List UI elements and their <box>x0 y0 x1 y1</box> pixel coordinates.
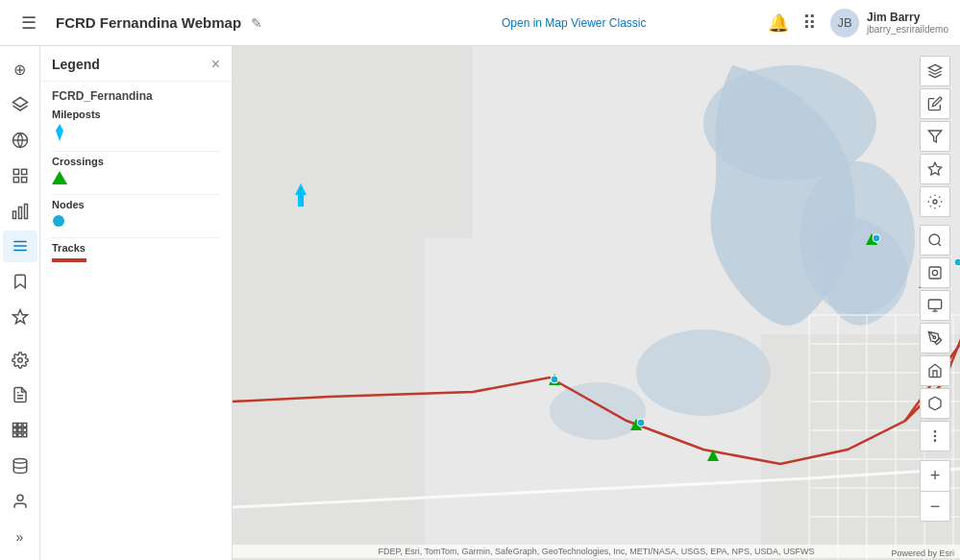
legend-panel: Legend × FCRD_Fernandina Mileposts Cross… <box>40 46 233 560</box>
svg-rect-17 <box>12 424 16 427</box>
draw-map-icon[interactable] <box>920 323 950 353</box>
svg-rect-37 <box>233 46 473 238</box>
zoom-out-button[interactable]: − <box>920 491 950 522</box>
svg-rect-18 <box>17 424 21 427</box>
legend-group-title-nodes: Nodes <box>52 199 220 210</box>
topbar-center: Open in Map Viewer Classic <box>389 16 757 30</box>
forms-icon[interactable] <box>3 379 37 411</box>
svg-marker-13 <box>12 309 27 323</box>
legend-group-title-crossings: Crossings <box>52 156 220 167</box>
svg-point-61 <box>873 234 880 242</box>
tools-tool-icon[interactable] <box>920 186 950 217</box>
home-map-icon[interactable] <box>920 355 950 386</box>
svg-rect-21 <box>17 428 21 432</box>
svg-rect-4 <box>21 169 26 174</box>
capture-map-icon[interactable] <box>920 257 950 288</box>
notification-icon[interactable]: 🔔 <box>768 12 789 34</box>
svg-marker-68 <box>928 162 941 175</box>
svg-rect-7 <box>12 211 15 219</box>
layers-tool-icon[interactable] <box>920 56 950 86</box>
list-active-icon[interactable] <box>3 231 37 262</box>
zoom-in-button[interactable]: + <box>920 460 950 491</box>
user-subtitle: jbarry_esriraildemo <box>867 24 948 35</box>
svg-rect-25 <box>23 433 27 437</box>
svg-point-63 <box>954 258 960 266</box>
svg-point-26 <box>13 458 27 463</box>
svg-marker-67 <box>928 131 941 142</box>
legend-symbol-nodes <box>52 214 220 228</box>
map-area[interactable]: FDEP, Esri, TomTom, Garmin, SafeGraph, G… <box>233 46 960 560</box>
legend-symbol-tracks <box>52 257 220 263</box>
svg-point-14 <box>17 357 22 362</box>
svg-rect-22 <box>23 428 27 432</box>
sketch-icon[interactable] <box>3 301 37 332</box>
search-map-icon[interactable] <box>920 225 950 256</box>
legend-group-title-tracks: Tracks <box>52 242 220 254</box>
svg-point-81 <box>932 270 937 275</box>
svg-line-73 <box>939 206 940 207</box>
legend-group-nodes: Nodes <box>52 199 220 228</box>
measure-map-icon[interactable] <box>920 388 950 419</box>
map-canvas <box>233 46 960 560</box>
svg-point-78 <box>929 234 940 245</box>
edit-tool-icon[interactable] <box>920 88 950 119</box>
screen-map-icon[interactable] <box>920 290 950 321</box>
apps-grid-icon[interactable]: ⠿ <box>802 12 817 35</box>
topbar-right: 🔔 ⠿ JB Jim Barry jbarry_esriraildemo <box>768 9 948 37</box>
svg-line-77 <box>939 197 940 198</box>
svg-line-79 <box>938 243 941 246</box>
legend-title: Legend <box>52 57 100 72</box>
svg-rect-9 <box>24 204 27 218</box>
edit-icon[interactable]: ✎ <box>251 15 262 31</box>
svg-point-60 <box>551 376 558 383</box>
tracks-symbol-icon <box>52 257 86 263</box>
svg-point-35 <box>636 329 771 416</box>
svg-marker-28 <box>56 124 63 141</box>
map-attribution: FDEP, Esri, TomTom, Garmin, SafeGraph, G… <box>233 545 960 558</box>
page-title: FCRD Fernandina Webmap <box>56 14 241 31</box>
svg-rect-31 <box>52 258 86 262</box>
collapse-icon[interactable]: » <box>3 521 37 552</box>
basemap-icon[interactable] <box>3 125 37 157</box>
legend-divider-1 <box>52 151 220 152</box>
svg-point-88 <box>934 440 935 441</box>
legend-divider-2 <box>52 194 220 195</box>
svg-point-87 <box>934 435 935 436</box>
legend-layer-name: FCRD_Fernandina <box>52 89 220 103</box>
svg-point-85 <box>933 336 936 339</box>
apps-icon[interactable] <box>3 415 37 447</box>
open-viewer-button[interactable]: Open in Map Viewer Classic <box>502 16 647 30</box>
legend-group-mileposts: Mileposts <box>52 109 220 141</box>
svg-point-65 <box>637 419 645 426</box>
star-tool-icon[interactable] <box>920 154 950 184</box>
map-tools-panel <box>920 56 950 451</box>
settings-icon[interactable] <box>3 344 37 376</box>
svg-rect-24 <box>17 433 21 437</box>
menu-icon[interactable]: ☰ <box>12 6 46 40</box>
crossings-symbol-icon <box>52 171 67 184</box>
svg-point-27 <box>17 495 23 500</box>
user-area[interactable]: JB Jim Barry jbarry_esriraildemo <box>830 9 948 37</box>
svg-rect-3 <box>13 169 18 174</box>
chart-icon[interactable] <box>3 195 37 227</box>
legend-content: FCRD_Fernandina Mileposts Crossings <box>40 82 232 280</box>
bookmark-icon[interactable] <box>3 266 37 298</box>
topbar-left: ☰ FCRD Fernandina Webmap ✎ <box>12 6 380 40</box>
more-map-icon[interactable] <box>920 421 950 451</box>
legend-symbol-crossings <box>52 171 220 184</box>
zoom-controls: + − <box>920 460 950 522</box>
main-area: ⊕ <box>0 46 960 560</box>
topbar: ☰ FCRD Fernandina Webmap ✎ Open in Map V… <box>0 0 960 46</box>
user-info: Jim Barry jbarry_esriraildemo <box>867 11 948 35</box>
widget-icon[interactable] <box>3 159 37 191</box>
layers-icon[interactable] <box>3 89 37 121</box>
svg-point-30 <box>53 215 64 227</box>
svg-rect-82 <box>928 300 941 308</box>
data-icon[interactable] <box>3 450 37 482</box>
legend-divider-3 <box>52 237 220 238</box>
location-icon[interactable]: ⊕ <box>3 54 37 85</box>
filter-tool-icon[interactable] <box>920 121 950 152</box>
svg-rect-80 <box>929 267 941 279</box>
legend-close-button[interactable]: × <box>211 56 220 73</box>
user-icon[interactable] <box>3 485 37 517</box>
